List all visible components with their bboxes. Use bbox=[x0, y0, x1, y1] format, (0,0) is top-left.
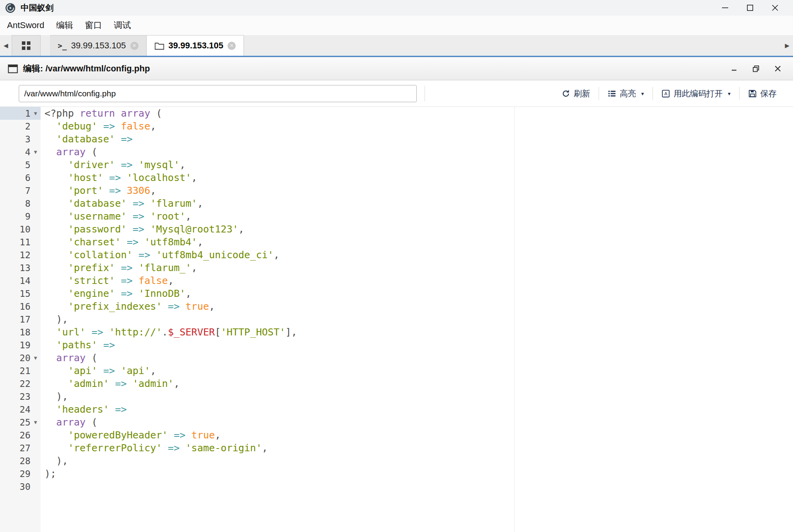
gutter-cell: 29 bbox=[0, 467, 41, 480]
code-editor: 1▾234▾567891011121314151617181920▾212223… bbox=[0, 107, 793, 532]
editor-minimize-button[interactable] bbox=[729, 64, 739, 74]
fold-toggle-icon[interactable]: ▾ bbox=[30, 419, 41, 426]
chevron-left-icon: ◀ bbox=[4, 42, 8, 49]
window-controls bbox=[713, 0, 793, 16]
line-number: 2 bbox=[25, 121, 30, 131]
highlight-button[interactable]: 高亮 ▾ bbox=[602, 88, 649, 99]
editor-close-button[interactable] bbox=[773, 64, 783, 74]
line-number: 22 bbox=[20, 379, 30, 389]
refresh-button[interactable]: 刷新 bbox=[556, 88, 596, 99]
tab-scroll-right-button[interactable]: ▶ bbox=[781, 35, 793, 56]
toolbar-separator bbox=[653, 87, 653, 100]
code-line[interactable]: 'port' => 3306, bbox=[44, 184, 793, 197]
gutter-cell: 14 bbox=[0, 274, 41, 287]
code-line[interactable]: 'debug' => false, bbox=[44, 120, 793, 133]
code-line[interactable]: array ( bbox=[44, 416, 793, 429]
gutter-cell: 15 bbox=[0, 287, 41, 300]
menu-item-debug[interactable]: 调试 bbox=[108, 20, 137, 31]
code-line[interactable]: array ( bbox=[44, 351, 793, 364]
menu-item-edit[interactable]: 编辑 bbox=[50, 20, 79, 31]
code-line[interactable]: 'prefix' => 'flarum_', bbox=[44, 261, 793, 274]
editor-window-titlebar: 编辑: /var/www/html/config.php bbox=[0, 57, 793, 80]
code-line[interactable]: 'paths' => bbox=[44, 339, 793, 351]
minimize-button[interactable] bbox=[713, 0, 738, 16]
code-line[interactable]: 'headers' => bbox=[44, 403, 793, 416]
maximize-icon bbox=[746, 4, 754, 12]
gutter-cell: 28 bbox=[0, 454, 41, 467]
code-line[interactable]: 'api' => 'api', bbox=[44, 364, 793, 377]
minimize-icon bbox=[730, 65, 738, 73]
gutter-cell: 13 bbox=[0, 261, 41, 274]
fold-toggle-icon[interactable]: ▾ bbox=[30, 354, 41, 362]
code-line[interactable]: 'poweredByHeader' => true, bbox=[44, 429, 793, 442]
code-line[interactable] bbox=[44, 480, 793, 493]
code-line[interactable]: 'database' => bbox=[44, 133, 793, 145]
grid-icon bbox=[22, 41, 30, 50]
menu-item-window[interactable]: 窗口 bbox=[79, 20, 108, 31]
editor-gutter: 1▾234▾567891011121314151617181920▾212223… bbox=[0, 107, 41, 532]
modules-grid-tab[interactable] bbox=[12, 35, 41, 56]
line-number: 13 bbox=[20, 263, 30, 273]
code-line[interactable]: 'charset' => 'utf8mb4', bbox=[44, 236, 793, 248]
line-number: 10 bbox=[20, 224, 30, 234]
editor-restore-button[interactable] bbox=[751, 64, 761, 74]
code-line[interactable]: 'engine' => 'InnoDB', bbox=[44, 287, 793, 300]
chevron-right-icon: ▶ bbox=[785, 42, 789, 49]
refresh-icon bbox=[562, 89, 570, 98]
tab-scroll-left-button[interactable]: ◀ bbox=[0, 35, 12, 56]
tab-close-icon[interactable]: ✕ bbox=[130, 42, 139, 50]
gutter-cell: 22 bbox=[0, 377, 41, 390]
gutter-cell: 17 bbox=[0, 313, 41, 326]
fold-toggle-icon[interactable]: ▾ bbox=[30, 110, 41, 117]
code-line[interactable]: 'url' => 'http://'.$_SERVER['HTTP_HOST']… bbox=[44, 326, 793, 339]
code-line[interactable]: array ( bbox=[44, 145, 793, 158]
terminal-icon: >_ bbox=[58, 41, 67, 50]
gutter-cell: 8 bbox=[0, 197, 41, 210]
maximize-button[interactable] bbox=[738, 0, 763, 16]
code-line[interactable]: 'admin' => 'admin', bbox=[44, 377, 793, 390]
code-line[interactable]: ), bbox=[44, 454, 793, 467]
code-line[interactable]: 'collation' => 'utf8mb4_unicode_ci', bbox=[44, 248, 793, 261]
gutter-cell: 18 bbox=[0, 326, 41, 339]
toolbar-separator bbox=[739, 87, 740, 100]
code-line[interactable]: 'username' => 'root', bbox=[44, 210, 793, 223]
fold-toggle-icon[interactable]: ▾ bbox=[30, 148, 41, 156]
gutter-cell: 2 bbox=[0, 120, 41, 133]
app-title: 中国蚁剑 bbox=[21, 2, 53, 13]
tab-file-manager[interactable]: 39.99.153.105 ✕ bbox=[147, 35, 244, 56]
save-label: 保存 bbox=[760, 88, 777, 99]
code-line[interactable]: 'referrerPolicy' => 'same-origin', bbox=[44, 442, 793, 454]
caret-down-icon: ▾ bbox=[641, 90, 644, 97]
line-number: 24 bbox=[20, 404, 30, 415]
menu-item-antsword[interactable]: AntSword bbox=[1, 20, 50, 30]
app-titlebar: 中国蚁剑 bbox=[0, 0, 793, 16]
tab-label: 39.99.153.105 bbox=[71, 41, 126, 51]
svg-text:A: A bbox=[664, 91, 667, 96]
line-number: 14 bbox=[20, 276, 30, 286]
line-number: 23 bbox=[20, 392, 30, 402]
line-number: 25 bbox=[20, 417, 30, 427]
tab-close-icon[interactable]: ✕ bbox=[228, 42, 236, 50]
antsword-logo-icon bbox=[5, 3, 16, 13]
close-button[interactable] bbox=[763, 0, 788, 16]
code-line[interactable]: 'driver' => 'mysql', bbox=[44, 158, 793, 171]
code-line[interactable]: ), bbox=[44, 313, 793, 326]
save-button[interactable]: 保存 bbox=[743, 88, 782, 99]
file-path-input[interactable] bbox=[19, 85, 417, 102]
code-line[interactable]: 'database' => 'flarum', bbox=[44, 197, 793, 210]
tab-terminal[interactable]: >_ 39.99.153.105 ✕ bbox=[50, 35, 147, 56]
editor-code: <?php return array ( 'debug' => false, '… bbox=[41, 107, 793, 532]
line-number: 18 bbox=[20, 327, 30, 337]
code-line[interactable]: ), bbox=[44, 390, 793, 403]
code-line[interactable]: 'strict' => false, bbox=[44, 274, 793, 287]
line-number: 8 bbox=[25, 199, 30, 209]
code-line[interactable]: 'password' => 'Mysql@root123', bbox=[44, 223, 793, 236]
code-line[interactable]: ); bbox=[44, 467, 793, 480]
code-line[interactable]: 'prefix_indexes' => true, bbox=[44, 300, 793, 313]
tab-label: 39.99.153.105 bbox=[169, 41, 224, 51]
gutter-cell: 9 bbox=[0, 210, 41, 223]
code-line[interactable]: 'host' => 'localhost', bbox=[44, 171, 793, 184]
code-line[interactable]: <?php return array ( bbox=[44, 107, 793, 120]
encoding-icon: A bbox=[661, 89, 670, 98]
open-with-encoding-button[interactable]: A 用此编码打开 ▾ bbox=[656, 88, 736, 99]
